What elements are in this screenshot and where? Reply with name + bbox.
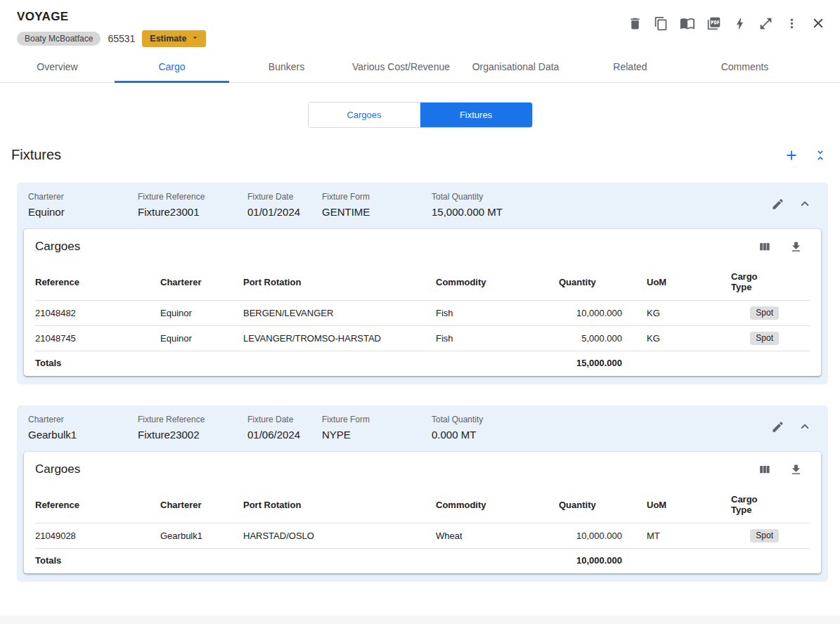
fixture-date-value: 01/01/2024: [247, 206, 322, 218]
totals-row: Totals 15,000.000: [35, 351, 810, 377]
collapse-fixture-icon[interactable]: [797, 419, 813, 434]
fixture-charterer-field: Charterer Equinor: [28, 192, 138, 218]
column-header-commodity: Commodity: [436, 488, 559, 524]
download-icon[interactable]: [789, 463, 803, 476]
column-settings-icon[interactable]: [758, 240, 771, 254]
fixture-header: Charterer Gearbulk1 Fixture Reference Fi…: [17, 405, 828, 452]
quantity-cell: 10,000.000: [559, 301, 647, 326]
bolt-icon[interactable]: [732, 16, 747, 31]
total-quantity-label: Total Quantity: [432, 192, 771, 202]
fixture-reference-label: Fixture Reference: [138, 415, 247, 424]
fixture-reference-field: Fixture Reference Fixture23001: [138, 192, 247, 218]
totals-label: Totals: [35, 351, 160, 377]
fixture-reference-value: Fixture23002: [138, 429, 247, 441]
totals-quantity: 10,000.000: [559, 549, 647, 574]
cargoes-actions: [758, 240, 810, 254]
tab-overview[interactable]: Overview: [0, 51, 115, 82]
delete-icon[interactable]: [628, 16, 642, 31]
port-rotation-cell: HARSTAD/OSLO: [243, 524, 436, 549]
header-action-icons: [628, 15, 826, 31]
copy-icon[interactable]: [654, 16, 668, 31]
tab-cargo[interactable]: Cargo: [115, 51, 229, 82]
fixture-date-field: Fixture Date 01/06/2024: [247, 415, 322, 441]
cargo-type-badge: Spot: [750, 529, 779, 542]
reference-cell: 21048745: [35, 326, 160, 351]
estimate-button[interactable]: Estimate: [142, 30, 206, 47]
cargoes-table: Reference Charterer Port Rotation Commod…: [35, 266, 810, 376]
charterer-label: Charterer: [28, 192, 138, 202]
tab-related[interactable]: Related: [573, 51, 687, 82]
column-header-reference: Reference: [35, 266, 160, 301]
fullscreen-icon[interactable]: [758, 16, 773, 31]
voyage-number: 65531: [108, 33, 135, 44]
pdf-icon[interactable]: [706, 16, 721, 31]
column-header-charterer: Charterer: [160, 488, 243, 524]
fixtures-toggle-button[interactable]: Fixtures: [420, 103, 532, 127]
fixtures-section-head: Fixtures: [0, 128, 840, 163]
fixture-reference-label: Fixture Reference: [138, 192, 247, 202]
cargo-row[interactable]: 21048482 Equinor BERGEN/LEVANGER Fish 10…: [35, 301, 810, 326]
fixture-date-label: Fixture Date: [247, 415, 322, 424]
tab-organisational-data[interactable]: Organisational Data: [458, 51, 573, 82]
column-header-cargo-type: Cargo Type: [731, 266, 810, 301]
collapse-fixture-icon[interactable]: [797, 196, 813, 212]
cargo-type-cell: Spot: [731, 301, 810, 326]
cargoes-title: Cargoes: [35, 462, 80, 476]
edit-fixture-icon[interactable]: [771, 197, 784, 211]
cargoes-card: Cargoes Reference: [24, 229, 821, 376]
download-icon[interactable]: [789, 240, 803, 254]
cargoes-toggle-button[interactable]: Cargoes: [309, 103, 420, 127]
collapse-all-icon[interactable]: [813, 148, 827, 162]
book-icon[interactable]: [680, 15, 695, 31]
commodity-cell: Fish: [436, 326, 559, 351]
cargo-type-cell: Spot: [731, 326, 810, 351]
cargo-row[interactable]: 21049028 Gearbulk1 HARSTAD/OSLO Wheat 10…: [35, 524, 810, 549]
fixture-reference-field: Fixture Reference Fixture23002: [138, 415, 247, 441]
edit-fixture-icon[interactable]: [771, 420, 784, 434]
fixture-date-label: Fixture Date: [247, 192, 322, 202]
fixture-form-value: NYPE: [322, 429, 432, 441]
reference-cell: 21049028: [35, 524, 160, 549]
column-header-reference: Reference: [35, 488, 160, 524]
cargoes-actions: [758, 463, 810, 476]
charterer-value: Gearbulk1: [28, 429, 138, 441]
fixture-header-actions: [771, 415, 817, 434]
column-settings-icon[interactable]: [758, 463, 771, 476]
fixture-card: Charterer Equinor Fixture Reference Fixt…: [17, 183, 828, 384]
fixtures-section-title: Fixtures: [11, 147, 61, 163]
tab-bunkers[interactable]: Bunkers: [229, 51, 344, 82]
quantity-cell: 5,000.000: [559, 326, 647, 351]
tab-comments[interactable]: Comments: [687, 51, 802, 82]
fixture-header-actions: [771, 192, 817, 212]
add-fixture-icon[interactable]: [784, 148, 799, 163]
cargoes-head: Cargoes: [35, 240, 810, 254]
fixture-header: Charterer Equinor Fixture Reference Fixt…: [17, 183, 828, 229]
close-icon[interactable]: [810, 15, 826, 31]
bottom-scroll-track: [0, 616, 840, 624]
fixture-form-field: Fixture Form NYPE: [322, 415, 432, 441]
totals-label: Totals: [35, 549, 160, 574]
quantity-cell: 10,000.000: [559, 524, 647, 549]
column-header-port-rotation: Port Rotation: [243, 488, 436, 524]
fixture-charterer-field: Charterer Gearbulk1: [28, 415, 138, 441]
cargoes-head: Cargoes: [35, 462, 810, 476]
header-left: VOYAGE Boaty McBoatface 65531 Estimate: [17, 10, 206, 47]
table-header-row: Reference Charterer Port Rotation Commod…: [35, 266, 810, 301]
tab-bar: Overview Cargo Bunkers Various Cost/Reve…: [0, 51, 840, 83]
charterer-value: Equinor: [28, 206, 138, 218]
more-options-icon[interactable]: [784, 16, 799, 31]
uom-cell: KG: [647, 301, 731, 326]
caret-down-icon: [190, 33, 200, 44]
column-header-cargo-type: Cargo Type: [731, 488, 810, 524]
fixture-form-label: Fixture Form: [322, 192, 432, 202]
fixture-form-value: GENTIME: [322, 206, 432, 218]
total-quantity-value: 0.000 MT: [432, 429, 771, 441]
charterer-cell: Gearbulk1: [160, 524, 243, 549]
window-header: VOYAGE Boaty McBoatface 65531 Estimate: [0, 0, 840, 51]
cargo-row[interactable]: 21048745 Equinor LEVANGER/TROMSO-HARSTAD…: [35, 326, 810, 351]
column-header-charterer: Charterer: [160, 266, 243, 301]
total-quantity-field: Total Quantity 0.000 MT: [432, 415, 771, 441]
header-subrow: Boaty McBoatface 65531 Estimate: [17, 30, 206, 47]
commodity-cell: Fish: [436, 301, 559, 326]
tab-various-cost-revenue[interactable]: Various Cost/Revenue: [344, 51, 458, 82]
